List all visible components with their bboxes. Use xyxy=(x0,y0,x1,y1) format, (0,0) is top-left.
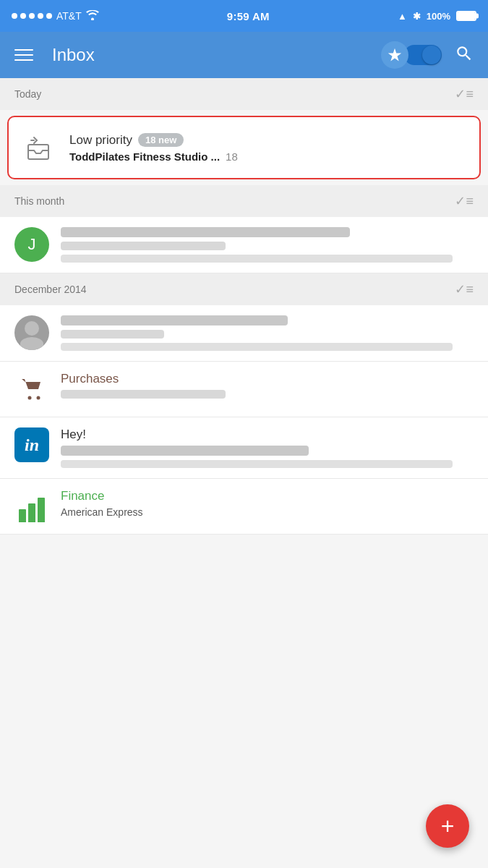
bar-1 xyxy=(19,509,26,522)
toolbar-right xyxy=(381,41,474,69)
purchases-label: Purchases xyxy=(61,372,474,386)
dot5 xyxy=(46,13,52,19)
linkedin-subject: Hey! xyxy=(61,427,474,442)
today-section-header: Today ✓≡ xyxy=(0,78,488,110)
finance-label: Finance xyxy=(61,489,474,503)
svg-point-1 xyxy=(28,396,32,400)
status-right: ▲ ✱ 100% xyxy=(398,11,476,22)
toolbar-title: Inbox xyxy=(52,45,367,65)
dec-2014-check-icon[interactable]: ✓≡ xyxy=(455,281,474,297)
email-j-sender xyxy=(61,227,350,237)
dot4 xyxy=(38,13,43,19)
email-item-purchases[interactable]: Purchases xyxy=(0,362,488,417)
dec-2014-section-header: December 2014 ✓≡ xyxy=(0,273,488,305)
svg-point-2 xyxy=(37,396,40,400)
today-label: Today xyxy=(14,88,41,100)
purchases-content: Purchases xyxy=(61,372,474,403)
toggle-switch[interactable] xyxy=(404,45,442,65)
dot1 xyxy=(12,13,17,19)
wifi-icon xyxy=(86,10,99,22)
email-item-linkedin[interactable]: in Hey! xyxy=(0,417,488,479)
linkedin-sender xyxy=(61,446,309,456)
email-j-lines xyxy=(61,227,474,263)
compose-fab[interactable]: + xyxy=(426,804,469,848)
linkedin-icon: in xyxy=(14,427,49,462)
email-item-j[interactable]: J xyxy=(0,217,488,273)
location-icon: ▲ xyxy=(398,11,407,22)
email-item-photo[interactable] xyxy=(0,305,488,362)
dot2 xyxy=(20,13,26,19)
status-bar: AT&T 9:59 AM ▲ ✱ 100% xyxy=(0,0,488,32)
toggle-knob xyxy=(422,46,441,64)
low-priority-item[interactable]: Low priority 18 new ToddPilates Fitness … xyxy=(7,116,481,179)
bar-chart xyxy=(19,498,45,522)
finance-sublabel: American Express xyxy=(61,506,474,518)
email-j-preview xyxy=(61,255,453,263)
low-priority-content: Low priority 18 new ToddPilates Fitness … xyxy=(69,133,465,163)
low-priority-subject: ToddPilates Fitness Studio ... 18 xyxy=(69,150,465,163)
bluetooth-icon: ✱ xyxy=(413,11,421,22)
avatar-photo xyxy=(14,315,49,350)
low-priority-top-row: Low priority 18 new xyxy=(69,133,465,148)
dot3 xyxy=(29,13,35,19)
bar-2 xyxy=(28,503,35,522)
star-toggle[interactable] xyxy=(381,41,442,69)
carrier-label: AT&T xyxy=(56,10,82,22)
today-check-icon[interactable]: ✓≡ xyxy=(455,86,474,102)
signal-dots xyxy=(12,13,52,19)
status-left: AT&T xyxy=(12,10,99,22)
this-month-section-header: This month ✓≡ xyxy=(0,185,488,217)
battery-percent: 100% xyxy=(427,11,450,22)
battery-icon xyxy=(456,11,476,21)
linkedin-preview xyxy=(61,460,453,468)
this-month-check-icon[interactable]: ✓≡ xyxy=(455,193,474,209)
low-priority-badge: 18 new xyxy=(138,133,184,147)
menu-line-1 xyxy=(14,49,33,51)
battery-fill xyxy=(458,12,475,20)
email-photo-sender xyxy=(61,315,288,326)
menu-line-3 xyxy=(14,59,33,61)
email-photo-preview xyxy=(61,343,453,351)
low-priority-title: Low priority xyxy=(69,133,132,148)
low-priority-count: 18 xyxy=(226,150,238,163)
search-button[interactable] xyxy=(455,44,474,66)
avatar-j: J xyxy=(14,227,49,262)
this-month-label: This month xyxy=(14,195,64,207)
dec-2014-label: December 2014 xyxy=(14,284,87,295)
purchases-cart-icon xyxy=(14,372,49,407)
menu-button[interactable] xyxy=(14,49,38,61)
star-button[interactable] xyxy=(381,41,408,69)
status-time: 9:59 AM xyxy=(227,10,270,22)
toolbar: Inbox xyxy=(0,32,488,78)
email-photo-subject xyxy=(61,330,164,339)
menu-line-2 xyxy=(14,54,33,56)
finance-content: Finance American Express xyxy=(61,489,474,518)
finance-chart-icon xyxy=(14,489,49,524)
purchases-preview xyxy=(61,390,226,399)
compose-icon: + xyxy=(441,813,455,840)
email-photo-lines xyxy=(61,315,474,351)
svg-rect-0 xyxy=(28,145,48,159)
email-j-subject xyxy=(61,242,226,250)
email-item-finance[interactable]: Finance American Express xyxy=(0,479,488,535)
linkedin-content: Hey! xyxy=(61,427,474,468)
low-priority-avatar xyxy=(23,130,58,165)
bar-3 xyxy=(38,498,45,522)
